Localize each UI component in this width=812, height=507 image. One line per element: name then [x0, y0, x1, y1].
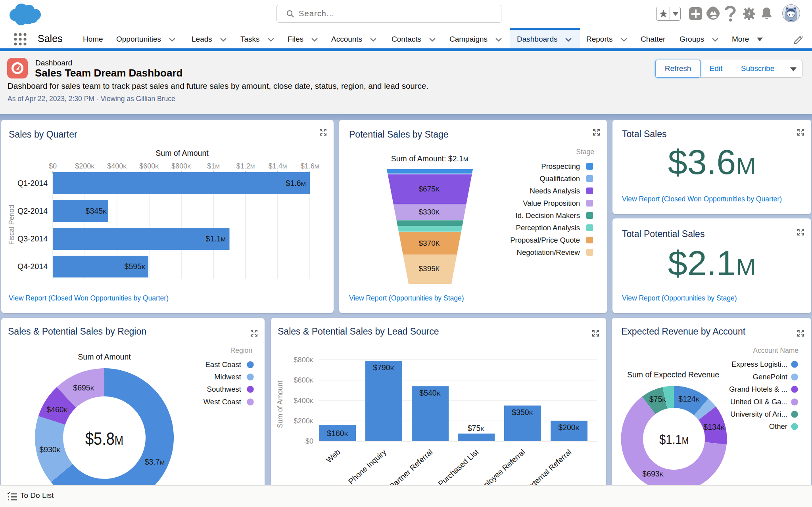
svg-text:$695K: $695K [73, 383, 94, 392]
svg-text:$1.6M: $1.6M [286, 179, 306, 187]
svg-text:$160K: $160K [327, 429, 348, 438]
svg-text:Prospecting: Prospecting [541, 162, 580, 170]
svg-text:$200K: $200K [294, 417, 314, 425]
svg-text:Qualification: Qualification [539, 174, 580, 183]
svg-text:$1.6M: $1.6M [301, 162, 319, 170]
svg-text:Proposal/Price Quote: Proposal/Price Quote [510, 236, 580, 244]
svg-text:$134K: $134K [703, 423, 724, 431]
svg-text:Midwest: Midwest [214, 373, 241, 381]
svg-text:Region: Region [230, 346, 252, 354]
svg-text:West Coast: West Coast [203, 398, 241, 406]
svg-text:Southwest: Southwest [207, 385, 241, 393]
svg-text:Sum of Amount: Sum of Amount [155, 149, 209, 157]
svg-text:$460K: $460K [46, 405, 67, 414]
svg-text:$0: $0 [305, 437, 313, 445]
svg-text:$0: $0 [49, 162, 57, 170]
svg-text:Sum of Amount: Sum of Amount [78, 352, 131, 361]
svg-text:Other: Other [769, 422, 787, 430]
svg-text:$3.7M: $3.7M [145, 457, 165, 466]
svg-text:$395K: $395K [419, 264, 440, 273]
svg-text:Q4-2014: Q4-2014 [17, 262, 48, 271]
svg-text:$400K: $400K [294, 397, 314, 405]
svg-text:$600K: $600K [139, 162, 159, 170]
svg-text:University of Ari...: University of Ari... [730, 410, 787, 418]
svg-text:$400K: $400K [107, 162, 127, 170]
svg-text:Web: Web [324, 448, 342, 465]
svg-text:Q2-2014: Q2-2014 [17, 207, 48, 215]
svg-text:Express Logisti...: Express Logisti... [731, 360, 787, 368]
svg-text:Negotiation/Review: Negotiation/Review [517, 248, 580, 256]
svg-text:Id. Decision Makers: Id. Decision Makers [516, 211, 580, 220]
svg-text:GenePoint: GenePoint [753, 373, 787, 381]
svg-text:$800K: $800K [294, 356, 314, 364]
svg-text:$693K: $693K [642, 469, 663, 478]
svg-text:Perception Analysis: Perception Analysis [516, 224, 580, 232]
svg-text:Q3-2014: Q3-2014 [17, 234, 48, 243]
svg-text:$200K: $200K [558, 423, 579, 432]
svg-text:Account Name: Account Name [753, 346, 799, 354]
svg-text:$350K: $350K [512, 408, 533, 417]
svg-text:$1.1M: $1.1M [206, 234, 226, 243]
svg-text:Sum of Expected Revenue: Sum of Expected Revenue [627, 370, 719, 379]
svg-text:$800K: $800K [171, 162, 191, 170]
svg-text:Needs Analysis: Needs Analysis [530, 187, 580, 195]
svg-text:$595K: $595K [125, 262, 146, 271]
svg-text:Q1-2014: Q1-2014 [17, 179, 48, 187]
svg-text:$540K: $540K [419, 388, 440, 397]
svg-text:$75K: $75K [468, 424, 485, 432]
svg-text:$330K: $330K [419, 208, 440, 216]
svg-text:$5.8M: $5.8M [85, 429, 123, 448]
svg-text:Stage: Stage [576, 148, 594, 156]
svg-text:$675K: $675K [419, 185, 440, 193]
svg-text:United Oil & Ga...: United Oil & Ga... [730, 398, 787, 406]
svg-text:Value Proposition: Value Proposition [523, 199, 580, 207]
svg-text:$930K: $930K [39, 445, 60, 454]
svg-text:$600K: $600K [294, 376, 314, 384]
svg-text:Purchased List: Purchased List [436, 447, 480, 488]
svg-text:Sum of Amount: Sum of Amount [276, 381, 284, 428]
svg-text:$1M: $1M [207, 162, 220, 170]
svg-text:$1.1M: $1.1M [659, 432, 689, 447]
svg-text:Sum of Amount: $2.1M: Sum of Amount: $2.1M [391, 154, 468, 163]
svg-text:Grand Hotels & ...: Grand Hotels & ... [729, 385, 787, 393]
svg-text:$75K: $75K [649, 395, 666, 404]
svg-text:$124K: $124K [678, 394, 699, 403]
svg-text:Fiscal Period: Fiscal Period [8, 205, 15, 245]
svg-text:$1.4M: $1.4M [269, 162, 287, 170]
svg-text:Partner Referral: Partner Referral [388, 448, 434, 491]
svg-text:$200K: $200K [75, 162, 95, 170]
svg-text:$790K: $790K [373, 363, 394, 372]
svg-text:$345K: $345K [86, 207, 107, 215]
svg-text:$1.2M: $1.2M [236, 162, 255, 170]
svg-text:$370K: $370K [419, 239, 440, 247]
svg-text:East Coast: East Coast [205, 360, 242, 369]
svg-text:Phone Inquiry: Phone Inquiry [347, 447, 388, 486]
